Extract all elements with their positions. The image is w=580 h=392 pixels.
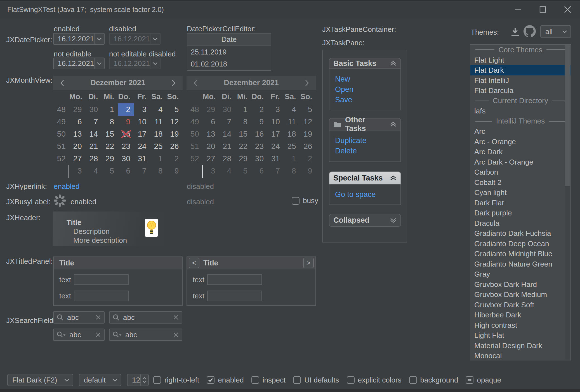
day-cell[interactable]: 4: [150, 103, 166, 116]
day-cell[interactable]: 4: [86, 165, 102, 177]
day-cell[interactable]: 12: [166, 116, 183, 128]
monthview-enabled[interactable]: Dezember 2021Mo.Di.Mi.Do.Fr.Sa.So.482930…: [53, 76, 183, 177]
search-field[interactable]: [53, 329, 105, 341]
table-header-date[interactable]: Date: [187, 34, 271, 46]
table-row[interactable]: 01.02.2018: [187, 58, 271, 70]
day-cell[interactable]: 30: [86, 103, 102, 116]
theme-item[interactable]: Cyan light: [470, 187, 570, 198]
day-cell[interactable]: 1: [102, 103, 118, 116]
task-link[interactable]: Go to space: [335, 189, 400, 200]
task-link[interactable]: Delete: [335, 146, 400, 156]
themes-list[interactable]: Core ThemesFlat LightFlat DarkFlat Intel…: [470, 44, 571, 360]
day-cell[interactable]: 9: [166, 165, 183, 177]
theme-item[interactable]: Dracula: [470, 218, 570, 229]
theme-item[interactable]: Arc: [470, 126, 570, 137]
theme-item[interactable]: Arc Dark - Orange: [470, 157, 570, 167]
day-cell[interactable]: 11: [150, 116, 166, 128]
search-input[interactable]: [122, 313, 170, 322]
themes-scrollbar-thumb[interactable]: [565, 45, 570, 186]
laf-combo[interactable]: Flat Dark (F2): [7, 374, 73, 386]
day-cell[interactable]: 3: [134, 103, 150, 116]
day-cell[interactable]: 24: [134, 140, 150, 153]
day-cell[interactable]: 5: [166, 103, 183, 116]
day-cell[interactable]: 19: [166, 128, 183, 140]
theme-item[interactable]: Gradianto Deep Ocean: [470, 239, 570, 249]
taskpane-header[interactable]: Special Tasks: [329, 172, 401, 184]
search-icon-wrap[interactable]: [56, 331, 66, 338]
checkbox-box[interactable]: [207, 376, 214, 384]
day-cell[interactable]: 30: [118, 153, 134, 165]
close-window-button[interactable]: [555, 1, 580, 18]
task-link[interactable]: New: [335, 74, 400, 84]
day-cell[interactable]: 1: [150, 153, 166, 165]
theme-item[interactable]: Gradianto Midnight Blue: [470, 249, 570, 259]
datepicker-field[interactable]: 16.12.2021: [53, 33, 105, 45]
day-cell[interactable]: 7: [86, 116, 102, 128]
day-cell[interactable]: 2: [118, 103, 134, 116]
day-cell[interactable]: 8: [150, 165, 166, 177]
search-input[interactable]: [69, 330, 92, 339]
spinner-arrows[interactable]: [140, 374, 148, 386]
day-cell[interactable]: 21: [86, 140, 102, 153]
taskpane-header[interactable]: Basic Tasks: [329, 58, 401, 69]
theme-item[interactable]: Gruvbox Dark Medium: [470, 289, 570, 300]
day-cell[interactable]: 13: [69, 128, 86, 140]
table-row[interactable]: 25.11.2019: [187, 46, 271, 58]
search-input[interactable]: [125, 330, 170, 339]
checkbox-box[interactable]: [466, 376, 473, 384]
theme-item[interactable]: Flat IntelliJ: [470, 75, 570, 86]
theme-item[interactable]: Gruvbox Dark Soft: [470, 300, 570, 310]
theme-item[interactable]: Flat Darcula: [470, 85, 570, 96]
clear-search-button[interactable]: [95, 314, 101, 320]
theme-item[interactable]: Light Flat: [470, 330, 570, 341]
celleditor-table[interactable]: Date 25.11.2019 01.02.2018: [187, 33, 271, 71]
theme-item[interactable]: lafs: [470, 106, 570, 116]
next-button[interactable]: >: [303, 258, 314, 268]
theme-item[interactable]: Gradianto Nature Green: [470, 259, 570, 269]
datepicker-value[interactable]: 16.12.2021: [54, 34, 94, 44]
text-input[interactable]: [74, 291, 129, 301]
checkbox-explicit-colors[interactable]: explicit colors: [347, 376, 402, 384]
checkbox-opaque[interactable]: opaque: [466, 376, 501, 384]
day-cell[interactable]: 17: [134, 128, 150, 140]
day-cell[interactable]: 9: [118, 116, 134, 128]
search-icon-wrap[interactable]: [56, 314, 64, 321]
datepicker-field[interactable]: 16.12.2021: [53, 58, 105, 69]
task-link[interactable]: Open: [335, 84, 400, 95]
day-cell[interactable]: 7: [134, 165, 150, 177]
text-input[interactable]: [207, 291, 262, 301]
taskpane-toggle[interactable]: [390, 61, 397, 66]
search-icon-wrap[interactable]: [112, 331, 122, 338]
checkbox-background[interactable]: background: [409, 376, 458, 384]
clear-search-button[interactable]: [95, 332, 101, 338]
taskpane-toggle[interactable]: [390, 122, 397, 127]
search-icon-wrap[interactable]: [112, 314, 120, 321]
day-cell[interactable]: 29: [102, 153, 118, 165]
theme-item[interactable]: Cobalt 2: [470, 177, 570, 188]
theme-item[interactable]: Monocai: [470, 351, 570, 360]
day-cell[interactable]: 15: [102, 128, 118, 140]
clear-search-button[interactable]: [173, 314, 179, 320]
search-field[interactable]: [109, 329, 182, 341]
theme-item[interactable]: Hiberbee Dark: [470, 310, 570, 320]
taskpane-header[interactable]: Collapsed: [329, 214, 401, 227]
theme-item[interactable]: Gradianto Dark Fuchsia: [470, 228, 570, 239]
checkbox-box[interactable]: [293, 376, 301, 384]
day-cell[interactable]: 3: [69, 165, 86, 177]
prev-month-button[interactable]: [56, 77, 68, 89]
theme-item[interactable]: Gray: [470, 269, 570, 279]
font-size-spinner[interactable]: 12: [127, 374, 149, 386]
checkbox-right-to-left[interactable]: right-to-left: [153, 376, 199, 384]
day-cell[interactable]: 18: [150, 128, 166, 140]
maximize-button[interactable]: [531, 1, 555, 18]
themes-filter-combo[interactable]: all: [540, 25, 571, 38]
text-input[interactable]: [74, 274, 129, 285]
theme-item[interactable]: Dark Flat: [470, 198, 570, 208]
datepicker-dropdown-button[interactable]: [94, 58, 104, 69]
search-field[interactable]: [109, 311, 182, 324]
theme-item-selected[interactable]: Flat Dark: [470, 65, 570, 75]
day-cell[interactable]: 10: [134, 116, 150, 128]
minimize-button[interactable]: [506, 1, 531, 18]
download-themes-button[interactable]: [510, 27, 520, 37]
checkbox-box[interactable]: [251, 376, 259, 384]
